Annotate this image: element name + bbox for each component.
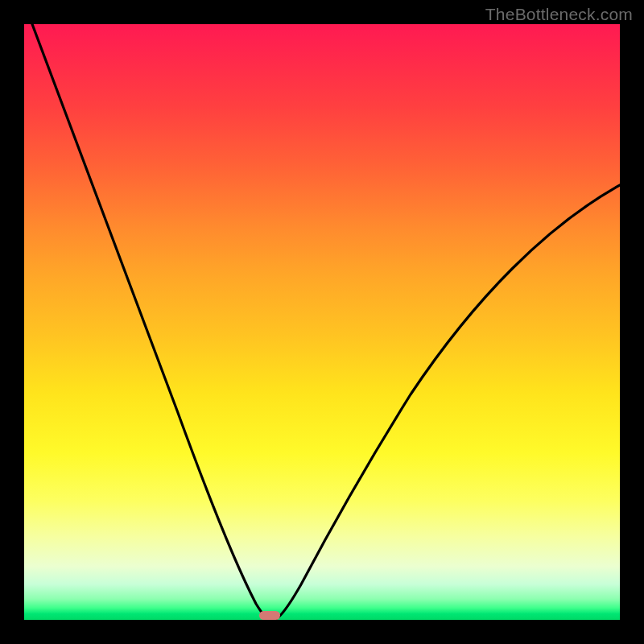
chart-frame: TheBottleneck.com	[0, 0, 644, 644]
plot-area	[24, 24, 620, 620]
curve-path	[32, 24, 620, 619]
minimum-marker	[259, 611, 280, 620]
bottleneck-curve	[24, 24, 620, 620]
watermark-text: TheBottleneck.com	[485, 5, 633, 24]
